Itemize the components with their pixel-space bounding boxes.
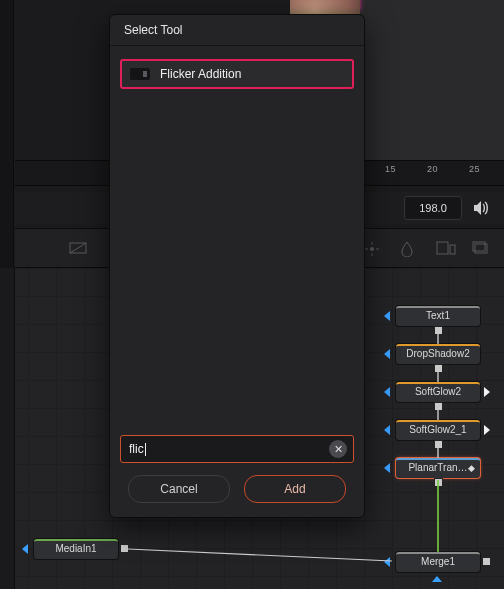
svg-line-1 <box>70 243 86 253</box>
node-output-port[interactable] <box>434 478 443 487</box>
tool-result-label: Flicker Addition <box>160 67 241 81</box>
keyframe-diamond-icon[interactable]: ◆ <box>468 461 475 476</box>
node-label: PlanarTran… <box>408 462 467 473</box>
speaker-icon[interactable] <box>472 200 490 216</box>
node-input-arrow[interactable] <box>22 544 28 554</box>
node-output-port[interactable] <box>434 440 443 449</box>
node-input-arrow[interactable] <box>432 576 442 582</box>
dialog-title: Select Tool <box>110 15 364 46</box>
stack-icon[interactable] <box>472 241 490 255</box>
select-tool-dialog: Select Tool Flicker Addition flic ✕ Canc… <box>109 14 365 518</box>
node-softglow2-1[interactable]: SoftGlow2_1 <box>396 420 480 440</box>
node-dropshadow2[interactable]: DropShadow2 <box>396 344 480 364</box>
search-input[interactable]: flic <box>121 442 329 456</box>
tool-search-field[interactable]: flic ✕ <box>120 435 354 463</box>
node-softglow2[interactable]: SoftGlow2 <box>396 382 480 402</box>
svg-rect-11 <box>437 242 448 254</box>
node-mediain1[interactable]: MediaIn1 <box>34 539 118 559</box>
node-input-arrow[interactable] <box>384 311 390 321</box>
layout-icon[interactable] <box>436 241 454 255</box>
node-input-arrow[interactable] <box>384 463 390 473</box>
svg-point-6 <box>370 247 374 251</box>
ruler-tick: 25 <box>469 164 480 174</box>
node-output-arrow[interactable] <box>484 387 490 397</box>
node-output-arrow[interactable] <box>484 425 490 435</box>
clear-search-icon[interactable]: ✕ <box>329 440 347 458</box>
current-time-field[interactable]: 198.0 <box>404 196 462 220</box>
node-input-arrow[interactable] <box>384 425 390 435</box>
ruler-tick: 15 <box>385 164 396 174</box>
tool-thumbnail-icon <box>130 68 150 80</box>
node-output-port[interactable] <box>434 402 443 411</box>
node-output-port[interactable] <box>120 544 129 553</box>
node-input-arrow[interactable] <box>384 387 390 397</box>
sparkle-icon[interactable] <box>364 241 382 255</box>
tool-result-row[interactable]: Flicker Addition <box>120 59 354 89</box>
node-input-arrow[interactable] <box>384 557 390 567</box>
node-text1[interactable]: Text1 <box>396 306 480 326</box>
node-merge1[interactable]: Merge1 <box>396 552 480 572</box>
node-output-port[interactable] <box>482 557 491 566</box>
cancel-button[interactable]: Cancel <box>128 475 230 503</box>
node-output-port[interactable] <box>434 364 443 373</box>
add-button[interactable]: Add <box>244 475 346 503</box>
node-planartransform[interactable]: PlanarTran… ◆ <box>396 458 480 478</box>
tool-icon[interactable] <box>69 241 87 255</box>
svg-rect-12 <box>450 245 455 254</box>
drop-icon[interactable] <box>400 241 418 255</box>
ruler-tick: 20 <box>427 164 438 174</box>
node-input-arrow[interactable] <box>384 349 390 359</box>
node-output-port[interactable] <box>434 326 443 335</box>
